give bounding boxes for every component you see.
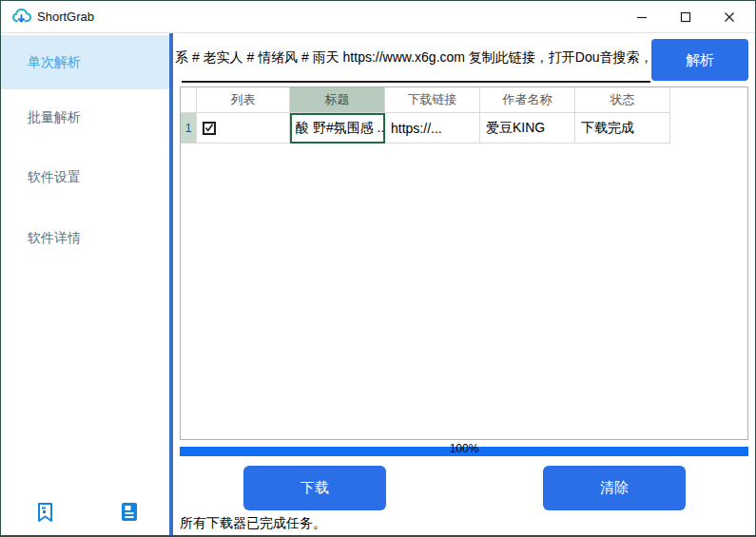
column-header-status[interactable]: 状态: [575, 87, 670, 113]
window-title: ShortGrab: [37, 1, 94, 33]
table-corner-cell[interactable]: [181, 87, 197, 113]
parse-button[interactable]: 解析: [651, 39, 748, 81]
document-icon[interactable]: [121, 502, 138, 526]
sidebar: 单次解析 批量解析 软件设置 软件详情: [1, 33, 173, 537]
sidebar-footer: [1, 502, 169, 530]
title-bar: ShortGrab: [1, 1, 755, 33]
link-input-underline: [182, 81, 650, 83]
table-header-row: 列表 标题 下载链接 作者名称 状态: [181, 87, 670, 113]
status-message: 所有下载器已完成任务。: [180, 515, 326, 532]
table-row: 1 酸 野#氛围感 ... https://... 爱豆KING 下载完成: [181, 113, 670, 144]
progress-percent: 100%: [180, 442, 748, 455]
column-header-author[interactable]: 作者名称: [480, 87, 575, 113]
maximize-button[interactable]: [664, 1, 708, 33]
close-button[interactable]: [708, 1, 751, 33]
link-cell[interactable]: https://...: [385, 113, 480, 144]
author-cell[interactable]: 爱豆KING: [480, 113, 575, 144]
sidebar-item-single-parse[interactable]: 单次解析: [1, 35, 169, 89]
column-header-list[interactable]: 列表: [197, 87, 290, 113]
bookmark-icon[interactable]: [37, 502, 53, 527]
row-checkbox[interactable]: [203, 122, 216, 135]
clear-button[interactable]: 清除: [543, 466, 686, 510]
sidebar-item-batch-parse[interactable]: 批量解析: [1, 96, 169, 138]
column-header-link[interactable]: 下载链接: [385, 87, 480, 113]
link-input[interactable]: 系 # 老实人 # 情绪风 # 雨天 https://www.x6g.com 复…: [175, 49, 650, 68]
app-logo-cloud-download-icon: [11, 7, 32, 28]
list-cell: [197, 113, 290, 144]
results-table: 列表 标题 下载链接 作者名称 状态 1 酸 野#氛围感 ... https:/…: [180, 86, 748, 440]
column-header-title[interactable]: 标题: [290, 87, 385, 113]
status-cell[interactable]: 下载完成: [575, 113, 670, 144]
row-number[interactable]: 1: [181, 113, 197, 144]
sidebar-divider: [169, 33, 173, 537]
sidebar-item-details[interactable]: 软件详情: [1, 217, 169, 259]
window-controls: [620, 1, 751, 33]
download-button[interactable]: 下载: [243, 466, 386, 510]
sidebar-item-settings[interactable]: 软件设置: [1, 156, 169, 198]
minimize-button[interactable]: [620, 1, 664, 33]
title-cell[interactable]: 酸 野#氛围感 ...: [290, 113, 385, 144]
